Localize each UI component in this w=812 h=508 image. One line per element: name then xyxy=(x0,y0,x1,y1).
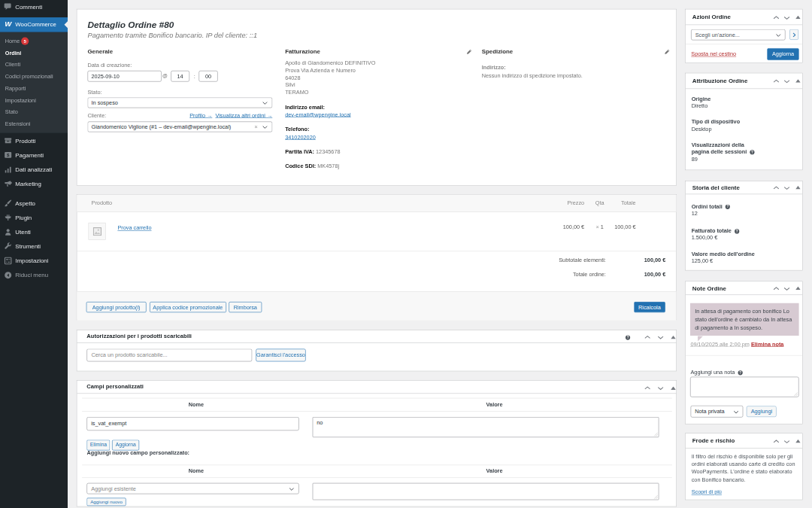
svg-text:$: $ xyxy=(7,152,10,157)
